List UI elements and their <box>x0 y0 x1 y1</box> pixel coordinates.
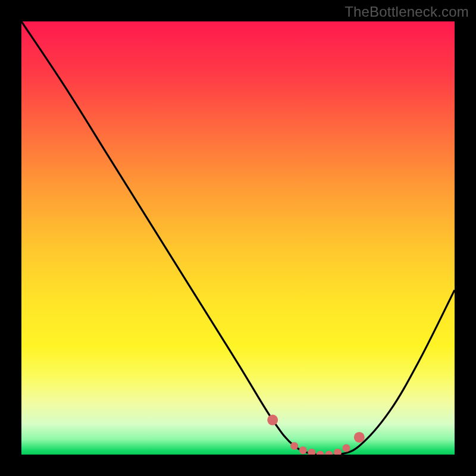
marker-dot <box>317 451 324 455</box>
chart-frame: TheBottleneck.com <box>0 0 476 476</box>
optimal-range-markers <box>267 415 365 455</box>
gradient-plot-area <box>21 21 455 455</box>
marker-dot <box>343 444 350 452</box>
marker-dot <box>290 442 298 450</box>
watermark-text: TheBottleneck.com <box>345 4 469 20</box>
marker-dot <box>299 446 307 454</box>
marker-dot <box>334 449 342 455</box>
curve-svg <box>21 21 455 455</box>
marker-dot <box>308 449 315 455</box>
marker-dot <box>267 415 278 425</box>
bottleneck-curve-line <box>21 21 455 455</box>
marker-dot <box>354 432 365 443</box>
marker-dot <box>325 451 333 455</box>
